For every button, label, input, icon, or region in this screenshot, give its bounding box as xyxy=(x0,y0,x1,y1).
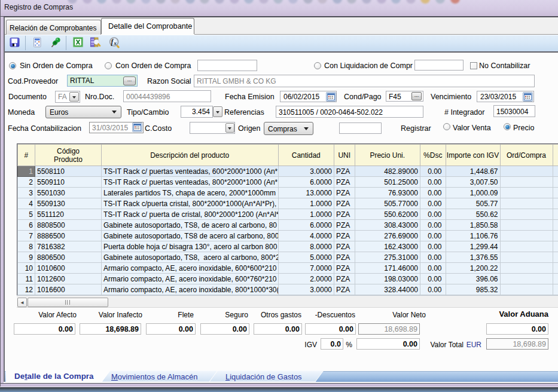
svg-text:x: x xyxy=(113,40,117,46)
